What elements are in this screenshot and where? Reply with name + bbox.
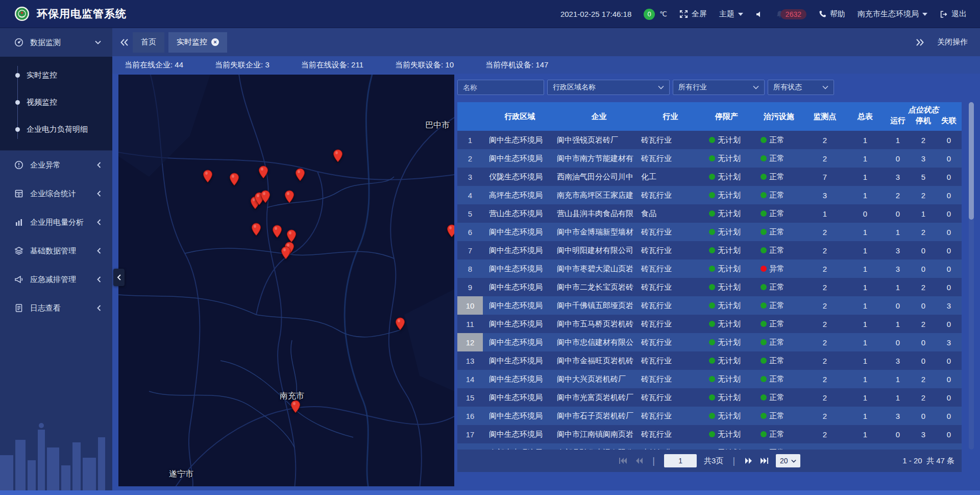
- sidebar-item-video-monitoring[interactable]: 视频监控: [0, 89, 112, 116]
- cell-company: 阆中强锐页岩砖厂: [557, 131, 641, 149]
- notification-button[interactable]: 2632: [776, 9, 806, 19]
- table-row[interactable]: 11 阆中生态环境局 阆中市五马桥页岩机砖 砖瓦行业 无计划 正常 2 1 1 …: [457, 315, 962, 333]
- last-page-button[interactable]: [760, 457, 769, 464]
- cell-bureau: 阆中生态环境局: [483, 425, 557, 443]
- org-dropdown[interactable]: 南充市生态环境局: [857, 9, 927, 19]
- cell-facility-status: 正常: [753, 351, 804, 370]
- table-row[interactable]: 5 营山生态环境局 营山县润丰肉食品有限 食品 无计划 正常 1 0 0 1 0: [457, 204, 962, 223]
- table-row[interactable]: 7 阆中生态环境局 阆中明阳建材有限公司 砖瓦行业 无计划 正常 2 1 3 0…: [457, 241, 962, 260]
- status-filter-select[interactable]: 所有状态: [768, 80, 834, 95]
- table-row[interactable]: 9 阆中生态环境局 阆中市二龙长宝页岩砖 砖瓦行业 无计划 正常 2 1 1 2…: [457, 278, 962, 296]
- cell-monitor-count: 2: [804, 296, 845, 315]
- sidebar-item-power-analysis[interactable]: 企业用电量分析: [0, 208, 112, 237]
- map-collapse-button[interactable]: [113, 269, 125, 286]
- table-row[interactable]: 4 高坪生态环境局 南充市高坪区王家店建 砖瓦行业 无计划 正常 3 1 2 2…: [457, 186, 962, 204]
- region-filter-select[interactable]: 行政区域名称: [547, 80, 670, 95]
- map-marker-pin[interactable]: [251, 223, 261, 236]
- map-marker-pin[interactable]: [290, 400, 301, 413]
- map-marker-pin[interactable]: [258, 166, 268, 179]
- column-header-index: [457, 102, 483, 131]
- cell-stop-count: 3: [911, 149, 936, 168]
- cell-meter-count: 1: [845, 168, 885, 186]
- industry-filter-select[interactable]: 所有行业: [673, 80, 765, 95]
- cell-facility-status: 正常: [753, 241, 804, 260]
- name-filter-field[interactable]: [457, 80, 544, 95]
- table-row[interactable]: 3 仪陇生态环境局 西南油气田分公司川中 化工 无计划 正常 7 1 3 5 0: [457, 168, 962, 186]
- cell-index: 13: [457, 351, 483, 370]
- close-icon[interactable]: ×: [211, 38, 219, 46]
- map-marker-pin[interactable]: [281, 246, 291, 260]
- theme-dropdown[interactable]: 主题: [719, 9, 743, 19]
- mute-button[interactable]: [755, 10, 764, 18]
- sidebar-item-data-monitoring[interactable]: 数据监测: [0, 28, 112, 57]
- table-row[interactable]: 12 阆中生态环境局 阆中市忠信建材有限公 砖瓦行业 无计划 正常 2 1 0 …: [457, 333, 962, 351]
- cell-monitor-count: 2: [804, 241, 845, 260]
- cell-bureau: 阆中生态环境局: [483, 296, 557, 315]
- cell-bureau: 阆中生态环境局: [483, 388, 557, 407]
- scrollbar-thumb[interactable]: [969, 102, 974, 220]
- table-row[interactable]: 6 阆中生态环境局 阆中市金博瑞新型墙材 砖瓦行业 无计划 正常 2 1 1 2…: [457, 223, 962, 241]
- cell-company: 阆中市二龙长宝页岩砖: [557, 278, 641, 296]
- cell-facility-status: 异常: [753, 260, 804, 278]
- map-marker-pin[interactable]: [203, 170, 213, 183]
- next-page-button[interactable]: [744, 457, 752, 464]
- table-row[interactable]: 2 阆中生态环境局 阆中市南方节能建材有 砖瓦行业 无计划 正常 2 1 0 3…: [457, 149, 962, 168]
- status-dot: [709, 321, 715, 327]
- pager-divider: |: [652, 456, 655, 466]
- cell-monitor-count: 2: [804, 149, 845, 168]
- chevron-left-icon: [97, 305, 101, 311]
- sidebar-item-enterprise-statistics[interactable]: 企业综合统计: [0, 179, 112, 208]
- logout-button[interactable]: 退出: [940, 9, 967, 19]
- cell-meter-count: 1: [845, 315, 885, 333]
- tab-realtime-monitoring[interactable]: 实时监控 ×: [168, 32, 227, 53]
- sidebar-item-emergency-reduction[interactable]: 应急减排管理: [0, 265, 112, 294]
- cell-company: 阆中千佛镇五郎垭页岩: [557, 296, 641, 315]
- map-marker-pin[interactable]: [272, 225, 282, 238]
- app-header: 环保用电监管系统 2021-02-25 17:46:18 0 ℃ 全屏 主题: [0, 0, 980, 28]
- table-row[interactable]: 18 南部生态环境局 南部县弘化水泥有限公 建材行业 无计划 正常 2 1: [457, 443, 962, 450]
- cell-stop-count: 1: [911, 204, 936, 223]
- table-row[interactable]: 1 阆中生态环境局 阆中强锐页岩砖厂 砖瓦行业 无计划 正常 2 1 1 2 0: [457, 131, 962, 149]
- close-operations-dropdown[interactable]: 关闭操作: [937, 37, 968, 47]
- sidebar-item-enterprise-abnormal[interactable]: 企业异常: [0, 151, 112, 179]
- table-row[interactable]: 15 阆中生态环境局 阆中市光富页岩机砖厂 砖瓦行业 无计划 正常 2 1 1 …: [457, 388, 962, 407]
- page-size-select[interactable]: 20: [776, 454, 800, 467]
- help-button[interactable]: 帮助: [819, 9, 845, 19]
- table-row[interactable]: 14 阆中生态环境局 阆中大兴页岩机砖厂 砖瓦行业 无计划 正常 2 1 1 2…: [457, 370, 962, 388]
- tabs-scroll-right-button[interactable]: [916, 39, 924, 46]
- gauge-icon: [14, 38, 23, 47]
- map-marker-pin[interactable]: [295, 168, 305, 181]
- sidebar-item-realtime-monitoring[interactable]: 实时监控: [0, 62, 112, 89]
- map-marker-pin[interactable]: [229, 173, 239, 186]
- table-row[interactable]: 17 阆中生态环境局 阆中市江南镇阆南页岩 砖瓦行业 无计划 正常 2 1 0 …: [457, 425, 962, 443]
- status-dot: [709, 174, 715, 180]
- sidebar-item-log-view[interactable]: 日志查看: [0, 294, 112, 322]
- fullscreen-button[interactable]: 全屏: [679, 9, 707, 19]
- map-panel[interactable]: 巴中市南充市遂宁市: [118, 75, 454, 486]
- table-row[interactable]: 8 阆中生态环境局 阆中市枣碧大梁山页岩 砖瓦行业 无计划 异常 2 1 3 0…: [457, 260, 962, 278]
- table-row[interactable]: 10 阆中生态环境局 阆中千佛镇五郎垭页岩 砖瓦行业 无计划 正常 2 1 0 …: [457, 296, 962, 315]
- cell-bureau: 阆中生态环境局: [483, 149, 557, 168]
- map-marker-pin[interactable]: [333, 149, 343, 162]
- map-marker-pin[interactable]: [447, 224, 454, 238]
- cell-meter-count: 1: [845, 223, 885, 241]
- cell-company: 阆中市金福旺页岩机砖: [557, 351, 641, 370]
- page-number-input[interactable]: [664, 454, 697, 467]
- name-filter-input[interactable]: [463, 83, 538, 91]
- map-marker-pin[interactable]: [395, 317, 405, 331]
- prev-page-button[interactable]: [635, 457, 643, 464]
- map-marker-pin[interactable]: [286, 229, 297, 243]
- tab-home[interactable]: 首页: [133, 32, 164, 53]
- table-row[interactable]: 16 阆中生态环境局 阆中市石子页岩机砖厂 砖瓦行业 无计划 正常 2 1 3 …: [457, 407, 962, 425]
- sidebar-item-power-load-detail[interactable]: 企业电力负荷明细: [0, 116, 112, 143]
- cell-index: 10: [457, 296, 483, 315]
- table-row[interactable]: 13 阆中生态环境局 阆中市金福旺页岩机砖 砖瓦行业 无计划 正常 2 1 3 …: [457, 351, 962, 370]
- first-page-button[interactable]: [619, 457, 628, 464]
- cell-lost-count: 0: [936, 260, 962, 278]
- cell-industry: 化工: [641, 168, 700, 186]
- sidebar-item-base-data[interactable]: 基础数据管理: [0, 237, 112, 265]
- speaker-icon: [755, 10, 764, 18]
- map-marker-pin[interactable]: [260, 190, 271, 203]
- map-marker-pin[interactable]: [284, 190, 295, 203]
- tabs-scroll-left-button[interactable]: [120, 39, 129, 46]
